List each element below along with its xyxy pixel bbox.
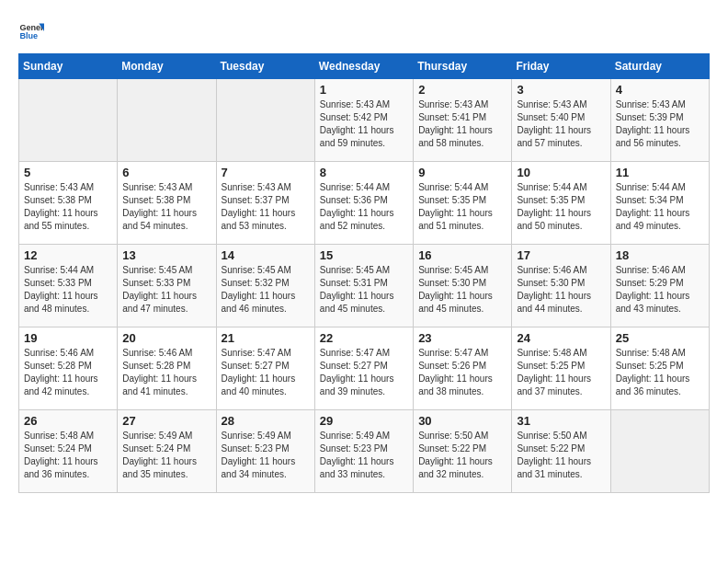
day-info: Sunrise: 5:43 AM Sunset: 5:38 PM Dayligh… <box>24 181 112 233</box>
calendar-cell: 6Sunrise: 5:43 AM Sunset: 5:38 PM Daylig… <box>118 162 216 245</box>
week-row-4: 19Sunrise: 5:46 AM Sunset: 5:28 PM Dayli… <box>19 327 710 410</box>
day-info: Sunrise: 5:43 AM Sunset: 5:39 PM Dayligh… <box>616 98 704 150</box>
day-info: Sunrise: 5:45 AM Sunset: 5:31 PM Dayligh… <box>320 264 408 316</box>
calendar-cell: 23Sunrise: 5:47 AM Sunset: 5:26 PM Dayli… <box>414 327 512 410</box>
day-number: 2 <box>418 83 506 97</box>
column-header-wednesday: Wednesday <box>314 54 413 79</box>
day-number: 30 <box>418 414 506 428</box>
day-info: Sunrise: 5:46 AM Sunset: 5:29 PM Dayligh… <box>616 264 704 316</box>
calendar-cell: 25Sunrise: 5:48 AM Sunset: 5:25 PM Dayli… <box>610 327 709 410</box>
svg-text:Blue: Blue <box>19 31 38 40</box>
day-info: Sunrise: 5:43 AM Sunset: 5:42 PM Dayligh… <box>320 98 408 150</box>
day-info: Sunrise: 5:44 AM Sunset: 5:35 PM Dayligh… <box>418 181 506 233</box>
week-row-5: 26Sunrise: 5:48 AM Sunset: 5:24 PM Dayli… <box>19 410 710 493</box>
calendar-cell: 21Sunrise: 5:47 AM Sunset: 5:27 PM Dayli… <box>216 327 314 410</box>
calendar-cell: 2Sunrise: 5:43 AM Sunset: 5:41 PM Daylig… <box>414 79 512 162</box>
day-number: 14 <box>222 248 310 262</box>
day-info: Sunrise: 5:44 AM Sunset: 5:33 PM Dayligh… <box>24 264 112 316</box>
calendar-cell: 20Sunrise: 5:46 AM Sunset: 5:28 PM Dayli… <box>118 327 216 410</box>
day-info: Sunrise: 5:50 AM Sunset: 5:22 PM Dayligh… <box>517 430 605 481</box>
day-info: Sunrise: 5:44 AM Sunset: 5:36 PM Dayligh… <box>320 181 408 233</box>
calendar-cell: 14Sunrise: 5:45 AM Sunset: 5:32 PM Dayli… <box>216 245 314 327</box>
calendar-cell: 3Sunrise: 5:43 AM Sunset: 5:40 PM Daylig… <box>512 79 610 162</box>
calendar-cell: 29Sunrise: 5:49 AM Sunset: 5:23 PM Dayli… <box>314 410 413 493</box>
column-header-saturday: Saturday <box>610 54 709 79</box>
calendar-cell: 24Sunrise: 5:48 AM Sunset: 5:25 PM Dayli… <box>512 327 610 410</box>
day-number: 28 <box>222 414 310 428</box>
day-number: 19 <box>24 331 112 345</box>
calendar-cell: 8Sunrise: 5:44 AM Sunset: 5:36 PM Daylig… <box>314 162 413 245</box>
logo-icon: General Blue <box>18 18 44 44</box>
day-info: Sunrise: 5:46 AM Sunset: 5:30 PM Dayligh… <box>517 264 605 316</box>
day-info: Sunrise: 5:49 AM Sunset: 5:23 PM Dayligh… <box>222 430 310 481</box>
day-info: Sunrise: 5:46 AM Sunset: 5:28 PM Dayligh… <box>24 347 112 398</box>
calendar-cell: 12Sunrise: 5:44 AM Sunset: 5:33 PM Dayli… <box>19 245 118 327</box>
day-number: 10 <box>517 166 605 179</box>
column-header-tuesday: Tuesday <box>216 54 314 79</box>
day-number: 6 <box>122 166 210 179</box>
calendar-cell: 22Sunrise: 5:47 AM Sunset: 5:27 PM Dayli… <box>314 327 413 410</box>
day-number: 15 <box>320 248 408 262</box>
day-number: 17 <box>517 248 605 262</box>
column-header-thursday: Thursday <box>414 54 512 79</box>
calendar-cell: 17Sunrise: 5:46 AM Sunset: 5:30 PM Dayli… <box>512 245 610 327</box>
calendar-cell: 10Sunrise: 5:44 AM Sunset: 5:35 PM Dayli… <box>512 162 610 245</box>
calendar-cell: 9Sunrise: 5:44 AM Sunset: 5:35 PM Daylig… <box>414 162 512 245</box>
day-info: Sunrise: 5:46 AM Sunset: 5:28 PM Dayligh… <box>122 347 210 398</box>
day-info: Sunrise: 5:45 AM Sunset: 5:32 PM Dayligh… <box>222 264 310 316</box>
calendar-cell: 11Sunrise: 5:44 AM Sunset: 5:34 PM Dayli… <box>610 162 709 245</box>
day-info: Sunrise: 5:44 AM Sunset: 5:34 PM Dayligh… <box>616 181 704 233</box>
day-number: 22 <box>320 331 408 345</box>
calendar-table: SundayMondayTuesdayWednesdayThursdayFrid… <box>18 53 710 493</box>
day-info: Sunrise: 5:43 AM Sunset: 5:41 PM Dayligh… <box>418 98 506 150</box>
calendar-cell: 30Sunrise: 5:50 AM Sunset: 5:22 PM Dayli… <box>414 410 512 493</box>
day-number: 1 <box>320 83 408 97</box>
day-number: 27 <box>122 414 210 428</box>
day-info: Sunrise: 5:48 AM Sunset: 5:24 PM Dayligh… <box>24 430 112 481</box>
calendar-cell <box>610 410 709 493</box>
day-info: Sunrise: 5:45 AM Sunset: 5:33 PM Dayligh… <box>122 264 210 316</box>
logo: General Blue <box>18 18 44 44</box>
calendar-cell: 13Sunrise: 5:45 AM Sunset: 5:33 PM Dayli… <box>118 245 216 327</box>
day-number: 13 <box>122 248 210 262</box>
day-number: 21 <box>222 331 310 345</box>
day-info: Sunrise: 5:45 AM Sunset: 5:30 PM Dayligh… <box>418 264 506 316</box>
day-number: 26 <box>24 414 112 428</box>
calendar-cell: 5Sunrise: 5:43 AM Sunset: 5:38 PM Daylig… <box>19 162 118 245</box>
day-info: Sunrise: 5:47 AM Sunset: 5:27 PM Dayligh… <box>320 347 408 398</box>
calendar-cell <box>19 79 118 162</box>
day-info: Sunrise: 5:48 AM Sunset: 5:25 PM Dayligh… <box>616 347 704 398</box>
week-row-2: 5Sunrise: 5:43 AM Sunset: 5:38 PM Daylig… <box>19 162 710 245</box>
calendar-cell: 7Sunrise: 5:43 AM Sunset: 5:37 PM Daylig… <box>216 162 314 245</box>
day-number: 20 <box>122 331 210 345</box>
column-header-friday: Friday <box>512 54 610 79</box>
day-number: 9 <box>418 166 506 179</box>
day-number: 3 <box>517 83 605 97</box>
calendar-cell: 16Sunrise: 5:45 AM Sunset: 5:30 PM Dayli… <box>414 245 512 327</box>
day-info: Sunrise: 5:43 AM Sunset: 5:37 PM Dayligh… <box>222 181 310 233</box>
calendar-cell <box>118 79 216 162</box>
day-info: Sunrise: 5:47 AM Sunset: 5:27 PM Dayligh… <box>222 347 310 398</box>
day-number: 16 <box>418 248 506 262</box>
day-number: 4 <box>616 83 704 97</box>
day-info: Sunrise: 5:43 AM Sunset: 5:38 PM Dayligh… <box>122 181 210 233</box>
week-row-1: 1Sunrise: 5:43 AM Sunset: 5:42 PM Daylig… <box>19 79 710 162</box>
page-header: General Blue <box>18 18 710 44</box>
day-number: 12 <box>24 248 112 262</box>
day-info: Sunrise: 5:47 AM Sunset: 5:26 PM Dayligh… <box>418 347 506 398</box>
day-number: 5 <box>24 166 112 179</box>
day-info: Sunrise: 5:49 AM Sunset: 5:23 PM Dayligh… <box>320 430 408 481</box>
day-info: Sunrise: 5:43 AM Sunset: 5:40 PM Dayligh… <box>517 98 605 150</box>
column-header-monday: Monday <box>118 54 216 79</box>
calendar-cell: 18Sunrise: 5:46 AM Sunset: 5:29 PM Dayli… <box>610 245 709 327</box>
calendar-cell: 1Sunrise: 5:43 AM Sunset: 5:42 PM Daylig… <box>314 79 413 162</box>
day-number: 25 <box>616 331 704 345</box>
calendar-cell: 31Sunrise: 5:50 AM Sunset: 5:22 PM Dayli… <box>512 410 610 493</box>
day-number: 24 <box>517 331 605 345</box>
day-info: Sunrise: 5:44 AM Sunset: 5:35 PM Dayligh… <box>517 181 605 233</box>
header-row: SundayMondayTuesdayWednesdayThursdayFrid… <box>19 54 710 79</box>
day-number: 29 <box>320 414 408 428</box>
day-info: Sunrise: 5:48 AM Sunset: 5:25 PM Dayligh… <box>517 347 605 398</box>
day-number: 23 <box>418 331 506 345</box>
calendar-cell: 27Sunrise: 5:49 AM Sunset: 5:24 PM Dayli… <box>118 410 216 493</box>
